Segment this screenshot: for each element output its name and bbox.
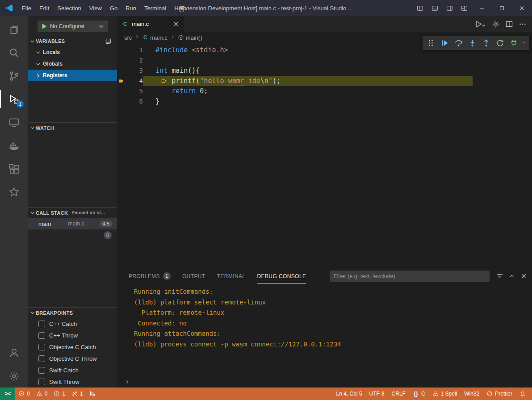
stack-frame-row[interactable]: main main.c 4:5: [28, 218, 117, 229]
activity-favorites[interactable]: [0, 180, 28, 204]
code-line[interactable]: 3int main(){: [117, 66, 532, 76]
close-panel-icon[interactable]: [520, 272, 528, 280]
panel-tab-output[interactable]: OUTPUT: [182, 268, 205, 284]
code-text[interactable]: return 0;: [143, 86, 532, 96]
console-lines-icon[interactable]: [496, 272, 503, 280]
code-text[interactable]: printf("hello wamr-ide\n");: [143, 76, 532, 86]
breakpoint-checkbox[interactable]: [38, 379, 45, 385]
start-debug-icon[interactable]: [41, 23, 48, 30]
menu-edit[interactable]: Edit: [35, 0, 53, 16]
breakpoint-item[interactable]: Objective C Catch: [28, 341, 117, 353]
menu-go[interactable]: Go: [106, 0, 121, 16]
split-editor-icon[interactable]: [505, 20, 513, 28]
breakpoint-item[interactable]: C++ Throw: [28, 329, 117, 341]
panel-tab-problems[interactable]: PROBLEMS1: [129, 268, 171, 284]
step-into-button[interactable]: [466, 37, 478, 49]
activity-run-and-debug[interactable]: 1: [0, 88, 28, 111]
breakpoint-checkbox[interactable]: [38, 355, 45, 362]
activity-remote-explorer[interactable]: [0, 111, 28, 134]
activity-settings[interactable]: [0, 364, 28, 388]
code-text[interactable]: int main(){: [143, 66, 532, 76]
menu-selection[interactable]: Selection: [53, 0, 85, 16]
code-text[interactable]: }: [143, 96, 532, 107]
watch-header[interactable]: WATCH: [28, 122, 117, 133]
breakpoint-checkbox[interactable]: [38, 344, 45, 350]
gear-icon[interactable]: [492, 20, 500, 28]
console-prompt[interactable]: [124, 379, 130, 385]
breakpoints-header[interactable]: BREAKPOINTS: [28, 307, 117, 318]
activity-source-control[interactable]: [0, 64, 28, 88]
collapse-all-icon[interactable]: [105, 38, 112, 45]
status-encoding[interactable]: UTF-8: [366, 388, 388, 400]
status-errors[interactable]: 0: [15, 388, 33, 400]
breakpoint-item[interactable]: C++ Catch: [28, 318, 117, 329]
play-dropdown-icon[interactable]: [475, 20, 486, 28]
menu-file[interactable]: File: [18, 0, 35, 16]
status-remote[interactable]: ><: [0, 388, 15, 400]
restart-button[interactable]: [494, 37, 506, 49]
variables-item-locals[interactable]: Locals: [28, 46, 117, 58]
disconnect-button[interactable]: [508, 37, 519, 49]
breakpoint-item[interactable]: Swift Throw: [28, 376, 117, 388]
step-over-button[interactable]: [452, 37, 464, 49]
gutter-glyph-margin[interactable]: [117, 55, 130, 66]
activity-search[interactable]: [0, 41, 28, 64]
variables-header[interactable]: VARIABLES: [28, 36, 117, 46]
console-filter-input[interactable]: [330, 271, 490, 282]
variables-item-globals[interactable]: Globals: [28, 58, 117, 70]
customize-layout-button[interactable]: [457, 0, 472, 16]
code-line[interactable]: 4 printf("hello wamr-ide\n");: [117, 76, 532, 86]
code-text[interactable]: [143, 55, 532, 66]
gutter-glyph-margin[interactable]: [117, 45, 130, 55]
step-out-button[interactable]: [480, 37, 492, 49]
code-line[interactable]: 2: [117, 55, 532, 66]
activity-extensions[interactable]: [0, 157, 28, 180]
activity-explorer[interactable]: [0, 18, 28, 41]
breakpoint-item[interactable]: Objective C Throw: [28, 353, 117, 364]
gutter-glyph-margin[interactable]: [117, 86, 130, 96]
panel-tab-terminal[interactable]: TERMINAL: [217, 268, 246, 284]
close-button[interactable]: [512, 0, 532, 16]
drag-handle-button[interactable]: [425, 37, 436, 49]
code-editor[interactable]: 1#include <stdio.h>23int main(){4 printf…: [117, 43, 532, 107]
gutter-glyph-margin[interactable]: [117, 76, 130, 86]
maximize-panel-icon[interactable]: [508, 272, 515, 280]
minimize-button[interactable]: [472, 0, 492, 16]
breakpoint-checkbox[interactable]: [38, 332, 45, 339]
variables-item-registers[interactable]: Registers: [28, 70, 117, 81]
close-tab-icon[interactable]: [172, 21, 180, 28]
breadcrumb-item-mainc[interactable]: Cmain.c: [142, 34, 167, 41]
status-eol[interactable]: CRLF: [388, 388, 409, 400]
status-prettier[interactable]: Prettier: [483, 388, 516, 400]
continue-button[interactable]: [439, 37, 450, 49]
status-platform[interactable]: Win32: [461, 388, 483, 400]
gutter-glyph-margin[interactable]: [117, 66, 130, 76]
status-language-mode[interactable]: {}C: [409, 388, 429, 400]
toggle-panel-button[interactable]: [427, 0, 442, 16]
code-line[interactable]: 6}: [117, 96, 532, 107]
code-line[interactable]: 5 return 0;: [117, 86, 532, 96]
launch-config-dropdown[interactable]: No Configurat: [38, 21, 108, 32]
gutter-glyph-margin[interactable]: [117, 96, 130, 107]
status-debug-status[interactable]: [86, 388, 99, 400]
disconnect-dropdown-chevron[interactable]: [522, 40, 527, 46]
toggle-sidebar-button[interactable]: [413, 0, 427, 16]
activity-docker[interactable]: [0, 134, 28, 157]
status-spell[interactable]: 1 Spell: [429, 388, 461, 400]
breadcrumb-item-main[interactable]: main(): [178, 34, 202, 41]
tab-main-c[interactable]: C main.c: [117, 16, 184, 32]
status-notifications[interactable]: [516, 388, 529, 400]
maximize-button[interactable]: [492, 0, 512, 16]
call-stack-header[interactable]: CALL STACK Paused on st...: [28, 207, 117, 218]
breakpoint-checkbox[interactable]: [38, 321, 45, 327]
toggle-secondary-sidebar-button[interactable]: [442, 0, 457, 16]
ellipsis-icon[interactable]: [519, 20, 527, 28]
status-infos[interactable]: 1: [50, 388, 68, 400]
menu-view[interactable]: View: [85, 0, 106, 16]
breakpoint-item[interactable]: Swift Catch: [28, 364, 117, 376]
status-warnings[interactable]: 0: [33, 388, 51, 400]
activity-accounts[interactable]: [0, 341, 28, 364]
menu-terminal[interactable]: Terminal: [140, 0, 170, 16]
panel-tab-debug-console[interactable]: DEBUG CONSOLE: [257, 268, 306, 284]
menu-run[interactable]: Run: [121, 0, 140, 16]
